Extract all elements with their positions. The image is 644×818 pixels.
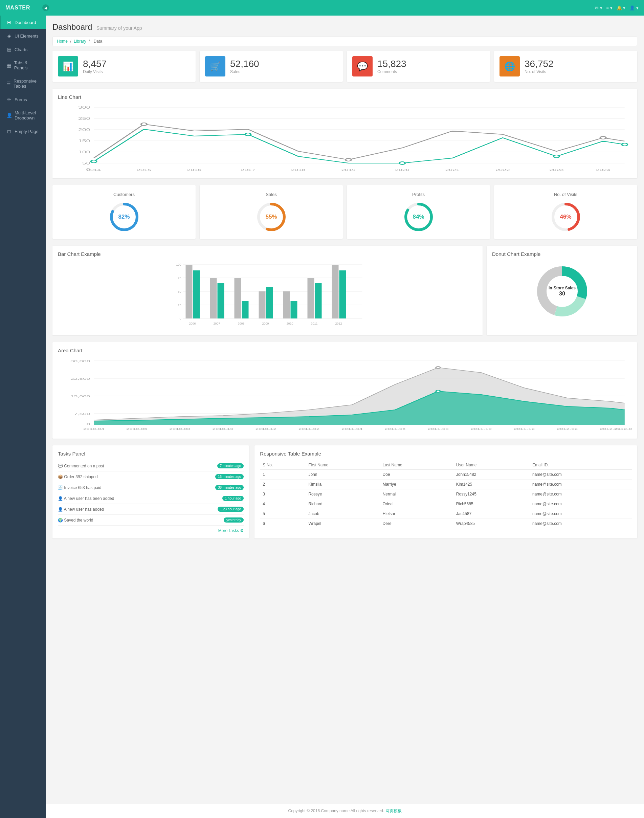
table-cell: name@site.com [530, 490, 632, 499]
sidebar-item-charts[interactable]: ▤ Charts [0, 43, 46, 56]
svg-text:2010-04: 2010-04 [83, 427, 104, 430]
footer-text: Copyright © 2016.Company name All rights… [288, 809, 385, 813]
donut-chart-svg: In-Store Sales 30 [535, 264, 589, 318]
stat-value-sales: 52,160 [230, 58, 259, 69]
circle-wrap-profits: 84% [403, 202, 434, 232]
svg-text:30,000: 30,000 [71, 359, 90, 363]
svg-point-18 [141, 123, 147, 126]
forms-icon: ✏ [6, 97, 12, 102]
table-row-1: 2KimsilaMarriyeKim1425name@site.com [260, 480, 632, 490]
svg-text:22,500: 22,500 [71, 377, 90, 381]
svg-point-20 [600, 137, 606, 139]
stat-icon-sales: 🛒 [205, 56, 225, 77]
sidebar: MASTER ⊞ Dashboard ◈ UI Elements ▤ Chart… [0, 0, 46, 818]
table-cell: Rossye [305, 490, 380, 499]
circle-pct-novisits: 46% [560, 213, 571, 220]
circle-pct-profits: 84% [412, 213, 424, 220]
sidebar-item-dashboard[interactable]: ⊞ Dashboard [0, 15, 46, 29]
sidebar-item-ui-elements[interactable]: ◈ UI Elements [0, 29, 46, 43]
svg-rect-54 [235, 278, 241, 318]
svg-point-15 [399, 162, 405, 164]
svg-text:2012-02: 2012-02 [557, 427, 578, 430]
topbar-messages[interactable]: ✉ ▾ [595, 5, 603, 11]
sidebar-label-forms: Forms [15, 97, 27, 102]
topbar-notifications[interactable]: 🔔 ▾ [616, 5, 626, 11]
circle-wrap-novisits: 46% [550, 202, 581, 232]
svg-text:30: 30 [559, 291, 565, 296]
bar-chart-svg: 100 75 50 25 0 [58, 261, 477, 328]
breadcrumb-sep1: / [70, 39, 72, 44]
donut-chart-card: Donut Chart Example In-Store Sales 30 [487, 246, 637, 335]
svg-text:2015: 2015 [137, 168, 151, 172]
sidebar-item-forms[interactable]: ✏ Forms [0, 93, 46, 106]
sidebar-item-multi-level[interactable]: 👤 Multi-Level Dropdown [0, 106, 46, 124]
table-cell: Wrapel [305, 519, 380, 529]
svg-text:100: 100 [78, 150, 90, 154]
svg-text:2012: 2012 [335, 322, 342, 325]
th-username: User Name [454, 460, 530, 470]
stat-value-visits: 36,752 [524, 58, 554, 69]
table-panel-title: Responsive Table Example [260, 451, 632, 457]
task-badge-4: 1.23 hour ago [218, 506, 244, 512]
table-cell: Marriye [380, 480, 454, 490]
breadcrumb-library[interactable]: Library [74, 39, 86, 44]
svg-rect-51 [193, 270, 200, 318]
stat-info-sales: 52,160 Sales [230, 58, 259, 74]
svg-rect-57 [266, 287, 273, 318]
sidebar-item-tabs-panels[interactable]: ▦ Tabs & Panels [0, 56, 46, 74]
svg-rect-59 [291, 301, 297, 318]
tasks-panel: Tasks Panel 💬 Commented on a post 7 minu… [52, 445, 249, 539]
app-logo: MASTER [0, 0, 46, 15]
svg-text:2010-10: 2010-10 [212, 427, 233, 430]
responsive-table: S No. First Name Last Name User Name Ema… [260, 460, 632, 528]
task-text-3: 👤 A new user has been added [58, 496, 114, 501]
svg-text:2012-06: 2012-06 [614, 427, 632, 430]
stat-icon-daily-visits: 📊 [58, 56, 78, 77]
th-email: Email ID. [530, 460, 632, 470]
sidebar-item-empty-page[interactable]: ◻ Empty Page [0, 124, 46, 138]
svg-text:7,500: 7,500 [74, 412, 90, 416]
table-cell: Jacob [305, 509, 380, 519]
svg-rect-58 [283, 292, 290, 318]
more-tasks-link[interactable]: More Tasks ⚙ [58, 528, 244, 533]
svg-text:2010-12: 2010-12 [256, 427, 276, 430]
topbar-user[interactable]: 👤 ▾ [629, 5, 639, 11]
task-badge-2: 36 minutes ago [215, 485, 244, 490]
sidebar-item-responsive-tables[interactable]: ☰ Responsive Tables [0, 74, 46, 93]
task-badge-3: 1 hour ago [222, 496, 244, 501]
circle-wrap-customers: 82% [109, 202, 140, 232]
svg-rect-52 [210, 278, 217, 318]
table-cell: Kim1425 [454, 480, 530, 490]
donut-chart-title: Donut Chart Example [492, 251, 632, 257]
svg-text:2011: 2011 [311, 322, 317, 325]
topbar-menu[interactable]: ≡ ▾ [606, 5, 613, 11]
table-cell: name@site.com [530, 470, 632, 480]
table-row-5: 6WrapelDereWrap4585name@site.com [260, 519, 632, 529]
task-item-4: 👤 A new user has added 1.23 hour ago [58, 504, 244, 515]
breadcrumb-home[interactable]: Home [57, 39, 68, 44]
th-firstname: First Name [305, 460, 380, 470]
svg-text:2018: 2018 [291, 168, 305, 172]
table-cell: John15482 [454, 470, 530, 480]
circle-card-novisits: No. of Visits 46% [494, 185, 637, 239]
table-cell: Doe [380, 470, 454, 480]
svg-rect-61 [315, 283, 322, 318]
svg-text:2011-12: 2011-12 [514, 427, 535, 430]
multi-level-icon: 👤 [6, 113, 12, 118]
task-item-3: 👤 A new user has been added 1 hour ago [58, 493, 244, 504]
svg-text:2010-08: 2010-08 [169, 427, 190, 430]
svg-text:100: 100 [176, 263, 181, 266]
table-cell: Hielsar [380, 509, 454, 519]
task-text-4: 👤 A new user has added [58, 507, 104, 512]
stat-label-sales: Sales [230, 69, 259, 74]
table-cell: Dere [380, 519, 454, 529]
svg-rect-50 [186, 265, 193, 318]
sidebar-toggle[interactable]: ◀ [42, 5, 49, 11]
svg-text:2010: 2010 [286, 322, 293, 325]
table-cell: name@site.com [530, 519, 632, 529]
area-chart-title: Area Chart [58, 348, 632, 353]
table-cell: Jac4587 [454, 509, 530, 519]
circle-label-profits: Profits [350, 192, 487, 197]
footer-link[interactable]: 网页模板 [385, 809, 402, 813]
svg-text:2024: 2024 [596, 168, 610, 172]
